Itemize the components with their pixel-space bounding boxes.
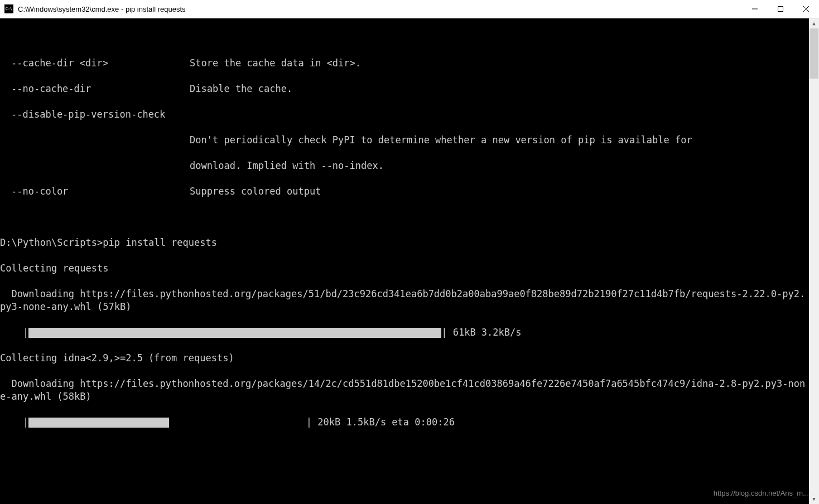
window-title: C:\Windows\system32\cmd.exe - pip instal… [18, 5, 742, 13]
window-titlebar: C:\Windows\system32\cmd.exe - pip instal… [0, 0, 819, 18]
opt-flag: --no-color [0, 185, 190, 198]
minimize-button[interactable] [742, 0, 768, 18]
terminal-area[interactable]: --cache-dir <dir>Store the cache data in… [0, 18, 819, 504]
svg-rect-1 [778, 7, 783, 12]
watermark: https://blog.csdn.net/Ans_m... [714, 487, 809, 500]
opt-desc: Disable the cache. [190, 83, 809, 95]
opt-flag: --disable-pip-version-check [0, 108, 190, 121]
progress-line-1: || 61kB 3.2kB/s [0, 326, 809, 339]
maximize-button[interactable] [768, 0, 793, 18]
opt-desc: Store the cache data in <dir>. [190, 57, 809, 70]
terminal-content: --cache-dir <dir>Store the cache data in… [0, 44, 809, 454]
cmd-icon [4, 4, 13, 13]
output-line: Collecting idna<2.9,>=2.5 (from requests… [0, 352, 809, 365]
scrollbar-thumb[interactable] [810, 28, 818, 79]
output-line: Downloading https://files.pythonhosted.o… [0, 377, 809, 403]
scrollbar[interactable]: ▲ ▼ [809, 18, 819, 504]
scrollbar-up-arrow[interactable]: ▲ [809, 18, 819, 28]
output-line: Collecting requests [0, 262, 809, 275]
close-button[interactable] [793, 0, 819, 18]
progress-bar-filled [28, 418, 169, 428]
opt-desc: Suppress colored output [190, 185, 809, 198]
output-line: Downloading https://files.pythonhosted.o… [0, 288, 809, 313]
opt-desc [190, 108, 809, 121]
opt-desc: Don't periodically check PyPI to determi… [190, 134, 692, 146]
window-controls [742, 0, 819, 18]
prompt: D:\Python\Scripts> [0, 237, 103, 248]
opt-desc: download. Implied with --no-index. [190, 160, 384, 171]
opt-flag: --no-cache-dir [0, 83, 190, 95]
progress-bar-filled [28, 328, 441, 338]
opt-flag: --cache-dir <dir> [0, 57, 190, 70]
command: pip install requests [103, 237, 217, 248]
scrollbar-down-arrow[interactable]: ▼ [809, 494, 819, 504]
progress-line-2: | | 20kB 1.5kB/s eta 0:00:26 [0, 416, 809, 429]
